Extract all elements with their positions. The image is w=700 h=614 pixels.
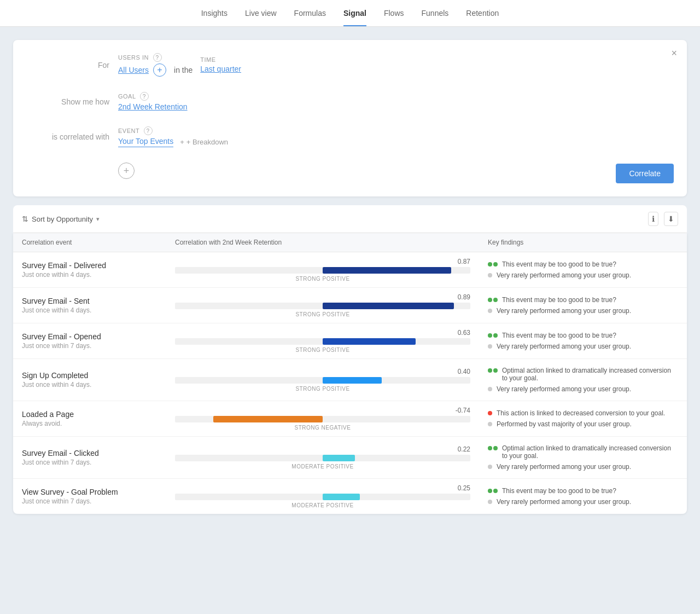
finding-item: Very rarely performed among your user gr… [488, 343, 678, 350]
event-sub: Always avoid. [22, 420, 158, 427]
finding-text: Very rarely performed among your user gr… [497, 271, 631, 279]
event-sub: Just once within 4 days. [22, 306, 158, 314]
event-name: Survey Email - Delivered [22, 261, 158, 270]
findings-cell: Optimal action linked to dramatically in… [479, 359, 687, 401]
finding-text: Optimal action linked to dramatically in… [502, 444, 678, 460]
nav-insights[interactable]: Insights [201, 9, 228, 26]
table-body: Survey Email - Delivered Just once withi… [13, 252, 687, 514]
double-dot-icon [488, 332, 498, 338]
bar-score: 0.89 [175, 293, 470, 301]
users-value-button[interactable]: All Users [118, 66, 149, 74]
finding-item: This event may be too good to be true? [488, 296, 678, 304]
finding-text: This event may be too good to be true? [502, 332, 616, 339]
nav-retention[interactable]: Retention [466, 9, 499, 26]
correlated-label: is correlated with [31, 132, 118, 141]
sort-label: Sort by Opportunity [32, 215, 93, 223]
nav-funnels[interactable]: Funnels [422, 9, 449, 26]
users-fields: USERS IN ? All Users + in the TIME Last … [118, 53, 241, 77]
users-info-icon[interactable]: ? [153, 53, 162, 62]
findings-cell: This event may be too good to be true?Ve… [479, 288, 687, 322]
event-name: Loaded a Page [22, 410, 158, 419]
nav-flows[interactable]: Flows [384, 9, 404, 26]
bar-track [175, 416, 470, 422]
finding-text: This action is linked to decreased conve… [497, 409, 665, 417]
th-findings: Key findings [479, 233, 687, 252]
bar-cell: 0.87 STRONG POSITIVE [166, 252, 479, 287]
finding-item: Very rarely performed among your user gr… [488, 498, 678, 506]
finding-item: This event may be too good to be true? [488, 332, 678, 339]
finding-item: Performed by vast majority of your user … [488, 420, 678, 428]
main-content: × For USERS IN ? All Users + in the TIM [0, 27, 700, 527]
bar-score: -0.74 [175, 407, 470, 414]
bar-cell: 0.25 MODERATE POSITIVE [166, 479, 479, 514]
findings-cell: This event may be too good to be true?Ve… [479, 253, 687, 287]
bar-track [175, 455, 470, 461]
findings-cell: This event may be too good to be true?Ve… [479, 324, 687, 358]
info-icon-button[interactable]: ℹ [648, 212, 658, 226]
correlate-button[interactable]: Correlate [616, 164, 674, 183]
time-label: TIME [200, 56, 241, 63]
goal-value-button[interactable]: 2nd Week Retention [118, 102, 188, 111]
red-dot-icon [488, 411, 492, 415]
users-row: For USERS IN ? All Users + in the TIME L… [31, 53, 669, 77]
finding-item: Optimal action linked to dramatically in… [488, 444, 678, 460]
bar-cell: -0.74 STRONG NEGATIVE [166, 401, 479, 436]
gray-dot-icon [488, 309, 492, 313]
finding-text: Performed by vast majority of your user … [497, 420, 632, 428]
double-dot-icon [488, 367, 498, 373]
finding-item: Very rarely performed among your user gr… [488, 385, 678, 393]
gray-dot-icon [488, 273, 492, 277]
event-row: is correlated with EVENT ? Your Top Even… [31, 126, 669, 147]
finding-text: Optimal action linked to dramatically in… [502, 367, 678, 382]
finding-text: Very rarely performed among your user gr… [497, 498, 631, 506]
add-users-button[interactable]: + [153, 63, 166, 77]
finding-text: Very rarely performed among your user gr… [497, 307, 631, 315]
goal-info-icon[interactable]: ? [140, 92, 149, 101]
bar-track [175, 494, 470, 500]
time-value-button[interactable]: Last quarter [200, 65, 241, 73]
finding-item: Very rarely performed among your user gr… [488, 307, 678, 315]
sort-button[interactable]: ⇅ Sort by Opportunity ▾ [22, 215, 100, 223]
event-info-icon[interactable]: ? [144, 126, 153, 135]
download-icon-button[interactable]: ⬇ [664, 212, 678, 226]
nav-signal[interactable]: Signal [343, 9, 366, 26]
breakdown-button[interactable]: + + Breakdown [180, 138, 228, 146]
finding-item: Optimal action linked to dramatically in… [488, 367, 678, 382]
sort-icon: ⇅ [22, 215, 28, 223]
findings-cell: Optimal action linked to dramatically in… [479, 437, 687, 478]
bar-cell: 0.89 STRONG POSITIVE [166, 288, 479, 323]
goal-row: Show me how GOAL ? 2nd Week Retention [31, 92, 669, 111]
bar-label: STRONG POSITIVE [175, 276, 470, 282]
table-header: Correlation event Correlation with 2nd W… [13, 233, 687, 252]
in-the-label: in the [174, 66, 192, 74]
table-row: Survey Email - Clicked Just once within … [13, 437, 687, 479]
correlation-table: Correlation event Correlation with 2nd W… [13, 233, 687, 514]
main-nav: Insights Live view Formulas Signal Flows… [0, 0, 700, 27]
finding-text: Very rarely performed among your user gr… [497, 343, 631, 350]
bar-fill [323, 494, 360, 500]
bar-cell: 0.63 STRONG POSITIVE [166, 323, 479, 358]
bar-score: 0.87 [175, 258, 470, 265]
event-cell: Survey Email - Clicked Just once within … [13, 441, 166, 474]
event-name: Sign Up Completed [22, 371, 158, 380]
bar-fill [323, 377, 382, 384]
users-in-group: USERS IN ? All Users + [118, 53, 166, 77]
breakdown-label: + Breakdown [186, 138, 228, 146]
bar-score: 0.40 [175, 368, 470, 375]
th-event: Correlation event [13, 233, 166, 252]
bar-label: STRONG POSITIVE [175, 386, 470, 392]
finding-item: This event may be too good to be true? [488, 487, 678, 495]
event-value-button[interactable]: Your Top Events [118, 137, 173, 147]
goal-label: GOAL ? [118, 92, 188, 101]
nav-formulas[interactable]: Formulas [294, 9, 326, 26]
nav-liveview[interactable]: Live view [245, 9, 277, 26]
close-button[interactable]: × [671, 48, 677, 59]
gray-dot-icon [488, 465, 492, 469]
breakdown-plus-icon: + [180, 138, 184, 146]
table-row: Survey Email - Sent Just once within 4 d… [13, 288, 687, 323]
bar-fill [323, 455, 355, 461]
event-cell: Survey Email - Sent Just once within 4 d… [13, 289, 166, 322]
double-dot-icon [488, 296, 498, 302]
add-condition-button[interactable]: + [118, 163, 135, 179]
event-sub: Just once within 4 days. [22, 381, 158, 389]
